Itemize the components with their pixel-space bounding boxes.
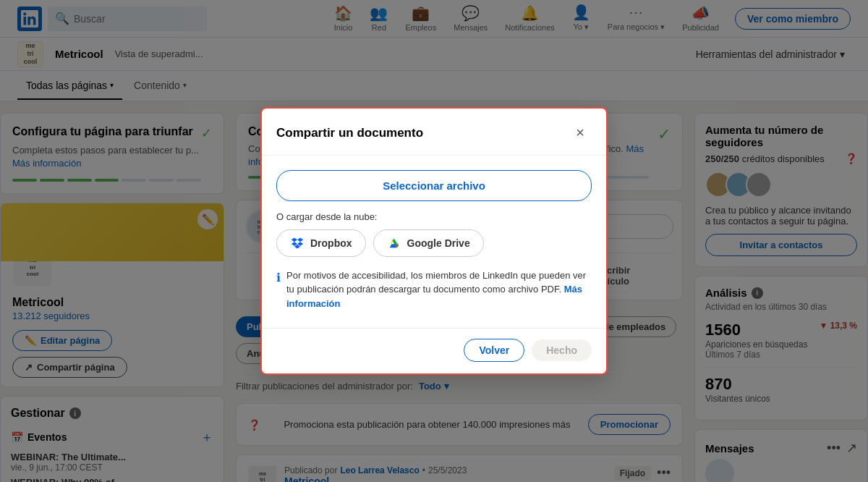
select-file-button[interactable]: Seleccionar archivo xyxy=(276,170,592,201)
volver-button[interactable]: Volver xyxy=(464,339,524,362)
modal-close-button[interactable]: × xyxy=(569,122,592,145)
dropbox-button[interactable]: Dropbox xyxy=(276,229,366,257)
google-drive-icon xyxy=(387,236,401,250)
cloud-buttons: Dropbox Google Drive xyxy=(276,229,592,257)
modal-header: Compartir un documento × xyxy=(262,109,606,156)
dropbox-icon xyxy=(290,236,305,250)
modal-body: Seleccionar archivo O cargar desde la nu… xyxy=(262,156,606,329)
info-circle-icon: ℹ xyxy=(276,269,281,287)
modal-footer: Volver Hecho xyxy=(262,328,606,373)
hecho-button: Hecho xyxy=(532,339,592,361)
modal-info: ℹ Por motivos de accesibilidad, los miem… xyxy=(276,269,592,311)
modal-overlay: Compartir un documento × Seleccionar arc… xyxy=(0,0,868,482)
cloud-label: O cargar desde la nube: xyxy=(276,211,592,222)
modal-title: Compartir un documento xyxy=(276,126,423,140)
share-document-modal: Compartir un documento × Seleccionar arc… xyxy=(260,107,608,376)
google-drive-button[interactable]: Google Drive xyxy=(373,229,484,257)
